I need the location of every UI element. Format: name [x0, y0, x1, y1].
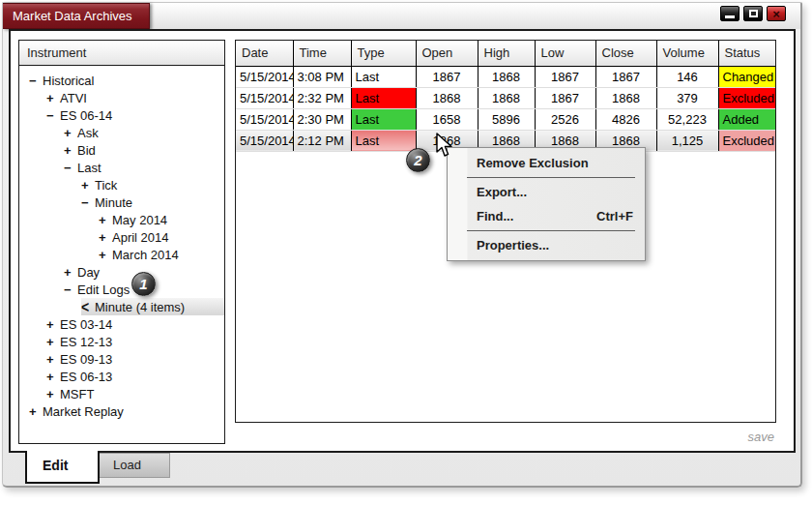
tree-item-april-2014[interactable]: +April 2014: [19, 228, 224, 246]
expand-icon[interactable]: +: [99, 248, 112, 262]
table-row[interactable]: 5/15/20142:32 PMLast1868186818671868379E…: [236, 87, 776, 108]
close-icon: ×: [772, 8, 780, 20]
cell-volume: 52,223: [656, 108, 718, 130]
cell-status: Excluded: [718, 130, 776, 151]
tree-item-es-09-13[interactable]: +ES 09-13: [19, 350, 224, 368]
tree-item-label: ES 09-13: [60, 352, 112, 367]
tab-load[interactable]: Load: [100, 453, 170, 478]
expand-icon[interactable]: +: [64, 126, 77, 140]
title-bar[interactable]: Market Data Archives ×: [3, 3, 800, 29]
cell-status: Changed: [718, 66, 776, 87]
tree-item-last[interactable]: −Last: [19, 159, 224, 176]
tree-item-label: April 2014: [112, 230, 169, 245]
tree-item-label: Minute: [95, 195, 132, 210]
cell-type: Last: [351, 87, 416, 108]
expand-icon[interactable]: +: [99, 230, 112, 245]
expand-icon[interactable]: +: [46, 352, 60, 367]
tree-item-day[interactable]: +Day: [19, 263, 224, 281]
cell-volume: 1,125: [656, 130, 718, 151]
table-header-row: DateTimeTypeOpenHighLowCloseVolumeStatus: [236, 41, 776, 66]
cell-date: 5/15/2014: [236, 66, 293, 87]
save-label: save: [748, 430, 774, 444]
minimize-icon: [725, 15, 735, 18]
instrument-tree-panel: Instrument −Historical+ATVI−ES 06-14+Ask…: [18, 40, 225, 444]
cell-high: 1868: [478, 66, 535, 87]
collapse-icon[interactable]: −: [29, 74, 43, 88]
expand-icon[interactable]: +: [64, 143, 77, 158]
column-header-date[interactable]: Date: [236, 41, 293, 66]
tree-item-ask[interactable]: +Ask: [19, 124, 224, 141]
menu-item-properties[interactable]: Properties...: [448, 233, 645, 257]
tree-item-march-2014[interactable]: +March 2014: [19, 246, 224, 263]
cell-low: 2526: [535, 108, 595, 130]
tree-item-bid[interactable]: +Bid: [19, 141, 224, 159]
cell-time: 3:08 PM: [293, 66, 351, 87]
cell-close: 1867: [595, 66, 656, 87]
column-header-open[interactable]: Open: [416, 41, 478, 66]
cell-status: Added: [718, 108, 776, 130]
tree-item-minute[interactable]: −Minute: [19, 193, 224, 211]
menu-item-export[interactable]: Export...: [448, 180, 645, 204]
tree-item-may-2014[interactable]: +May 2014: [19, 211, 224, 228]
context-menu: Remove ExclusionExport...Find...Ctrl+FPr…: [447, 147, 646, 261]
window-title: Market Data Archives: [3, 3, 150, 29]
column-header-volume[interactable]: Volume: [656, 41, 718, 66]
column-header-status[interactable]: Status: [718, 41, 776, 66]
table-row[interactable]: 5/15/20143:08 PMLast1867186818671867146C…: [236, 66, 776, 87]
tree-item-market-replay[interactable]: +Market Replay: [19, 402, 224, 420]
tree-item-band: <Minute (4 items): [81, 298, 224, 315]
main-panel: Instrument −Historical+ATVI−ES 06-14+Ask…: [9, 29, 796, 453]
column-header-time[interactable]: Time: [293, 41, 351, 66]
expand-icon[interactable]: +: [46, 370, 60, 384]
maximize-button[interactable]: [743, 6, 763, 21]
edit-log-icon[interactable]: <: [81, 298, 95, 315]
expand-icon[interactable]: +: [29, 404, 43, 419]
tree-item-band: +ES 03-14: [46, 315, 224, 333]
market-data-table: DateTimeTypeOpenHighLowCloseVolumeStatus…: [236, 41, 776, 152]
expand-icon[interactable]: +: [46, 387, 60, 401]
column-header-high[interactable]: High: [478, 41, 535, 66]
tab-edit[interactable]: Edit: [25, 451, 100, 484]
tree-item-band: +MSFT: [46, 385, 224, 402]
collapse-icon[interactable]: −: [64, 282, 77, 297]
minimize-button[interactable]: [720, 6, 740, 21]
menu-item-shortcut: Ctrl+F: [596, 204, 633, 228]
column-header-close[interactable]: Close: [595, 41, 656, 66]
expand-icon[interactable]: +: [46, 317, 60, 332]
menu-item-find[interactable]: Find...Ctrl+F: [448, 204, 645, 228]
cell-open: 1867: [416, 66, 478, 87]
tree-item-msft[interactable]: +MSFT: [19, 385, 224, 402]
tree-item-es-12-13[interactable]: +ES 12-13: [19, 333, 224, 350]
expand-icon[interactable]: +: [64, 265, 77, 280]
tree-item-tick[interactable]: +Tick: [19, 176, 224, 193]
cell-time: 2:12 PM: [293, 130, 351, 151]
cell-high: 5896: [478, 108, 535, 130]
expand-icon[interactable]: +: [46, 335, 60, 349]
tree-item-es-06-13[interactable]: +ES 06-13: [19, 368, 224, 385]
tree-item-label: Ask: [77, 126, 99, 140]
tree-item-label: Historical: [43, 74, 94, 88]
tree-item-band: +Bid: [64, 141, 224, 159]
expand-icon[interactable]: +: [46, 91, 60, 105]
close-button[interactable]: ×: [767, 6, 786, 21]
column-header-low[interactable]: Low: [535, 41, 595, 66]
expand-icon[interactable]: +: [99, 213, 112, 227]
mouse-cursor-icon: [435, 133, 456, 159]
tree-item-es-03-14[interactable]: +ES 03-14: [19, 315, 224, 333]
tree-item-edit-logs[interactable]: −Edit Logs: [19, 281, 224, 298]
expand-icon[interactable]: +: [81, 178, 95, 193]
table-row[interactable]: 5/15/20142:30 PMLast165858962526482652,2…: [236, 108, 776, 130]
column-header-type[interactable]: Type: [351, 41, 416, 66]
tree-item-label: Last: [77, 161, 102, 175]
tree-item-es-06-14[interactable]: −ES 06-14: [19, 106, 224, 124]
tree-item-atvi[interactable]: +ATVI: [19, 89, 224, 106]
menu-item-remove-exclusion[interactable]: Remove Exclusion: [448, 151, 645, 175]
collapse-icon[interactable]: −: [46, 108, 60, 123]
app-window: Market Data Archives × Instrument −Histo…: [2, 2, 802, 488]
cell-type: Last: [351, 66, 416, 87]
tree-item-minute-4-items[interactable]: <Minute (4 items): [19, 298, 224, 315]
cell-close: 1868: [595, 87, 656, 108]
tree-item-historical[interactable]: −Historical: [19, 72, 224, 89]
collapse-icon[interactable]: −: [81, 195, 95, 210]
collapse-icon[interactable]: −: [64, 161, 77, 175]
